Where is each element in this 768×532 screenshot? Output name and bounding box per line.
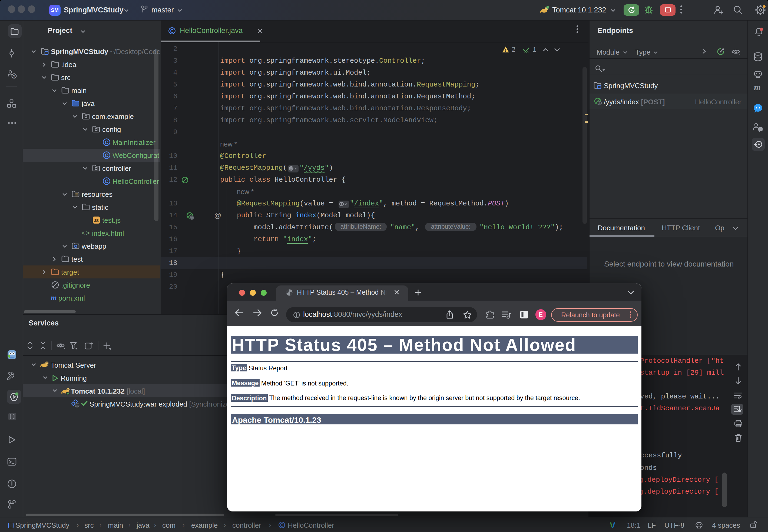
- svg-text:C: C: [170, 28, 174, 34]
- svg-text:?: ?: [13, 74, 15, 78]
